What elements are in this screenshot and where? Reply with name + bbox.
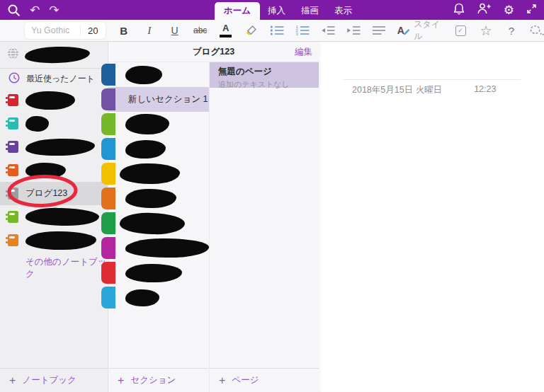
clock-icon xyxy=(8,72,20,86)
section-item[interactable] xyxy=(108,260,209,285)
alignment-icon[interactable] xyxy=(372,22,386,39)
section-item[interactable] xyxy=(108,112,209,137)
section-item[interactable] xyxy=(108,285,209,310)
globe-icon xyxy=(7,47,19,62)
notebook-panel: ブログ123 編集 新しいセクション 1 xyxy=(108,42,319,392)
panel-header: ブログ123 編集 xyxy=(108,42,319,62)
section-color-tab xyxy=(101,64,115,86)
pages-list: 無題のページ 追加のテキストなし + ページ xyxy=(209,62,319,392)
indent-icon[interactable] xyxy=(346,22,361,39)
add-notebook-label: ノートブック xyxy=(22,374,76,386)
recent-notes-item[interactable]: 最近使ったノート xyxy=(0,69,108,88)
add-section-button[interactable]: + セクション xyxy=(108,368,209,392)
add-page-button[interactable]: + ページ xyxy=(210,368,319,392)
notifications-bell-icon[interactable] xyxy=(453,3,465,18)
styles-pen-icon xyxy=(403,26,411,35)
section-color-tab xyxy=(101,138,115,160)
section-color-tab xyxy=(101,188,115,209)
section-color-tab xyxy=(101,163,115,185)
styles-label: スタイル xyxy=(414,18,442,42)
tab-view[interactable]: 表示 xyxy=(327,2,360,20)
section-item[interactable] xyxy=(108,186,209,211)
add-page-label: ページ xyxy=(232,374,259,386)
recent-notes-label: 最近使ったノート xyxy=(26,73,95,85)
styles-button[interactable]: A スタイル xyxy=(397,18,442,42)
tab-home[interactable]: ホーム xyxy=(215,2,260,20)
plus-icon: + xyxy=(118,375,124,386)
notebook-name-redacted xyxy=(26,231,96,250)
tab-draw[interactable]: 描画 xyxy=(293,2,327,20)
section-item[interactable] xyxy=(108,161,209,186)
undo-icon[interactable]: ↶ xyxy=(30,4,40,16)
question-tag-icon[interactable]: ? xyxy=(504,22,518,39)
account-name-redacted xyxy=(25,45,91,64)
section-name-redacted xyxy=(125,66,162,84)
other-notebooks-link[interactable]: その他のノートブック xyxy=(0,259,108,277)
edit-button[interactable]: 編集 xyxy=(295,42,312,62)
outdent-icon[interactable] xyxy=(321,22,335,39)
font-color-button[interactable]: A xyxy=(219,22,233,39)
section-color-tab xyxy=(101,88,115,110)
page-date: 2018年5月15日 火曜日 xyxy=(352,84,442,96)
font-name-value[interactable]: Yu Gothic xyxy=(25,25,80,35)
app-top-bar: ↶ ↷ ホーム 挿入 描画 表示 ⚙ xyxy=(0,0,544,20)
todo-checkbox-icon[interactable]: ✓ xyxy=(453,22,468,39)
account-row[interactable] xyxy=(0,42,108,68)
ribbon-tabs: ホーム 挿入 描画 表示 xyxy=(215,2,360,20)
share-add-person-icon[interactable] xyxy=(477,3,492,17)
section-name-redacted xyxy=(125,289,159,306)
italic-button[interactable]: I xyxy=(142,22,157,39)
section-color-tab xyxy=(101,113,115,135)
tab-insert[interactable]: 挿入 xyxy=(260,2,293,20)
font-size-value[interactable]: 20 xyxy=(80,25,106,36)
notebook-icon xyxy=(8,164,18,176)
section-item[interactable] xyxy=(108,62,209,87)
page-subtitle: 追加のテキストなし xyxy=(218,79,312,90)
notebook-icon xyxy=(8,234,18,246)
redo-icon[interactable]: ↷ xyxy=(49,4,59,16)
notebook-item-blog123[interactable]: ブログ123 xyxy=(0,182,108,205)
notebook-item[interactable] xyxy=(0,112,108,135)
section-name-redacted xyxy=(125,114,169,134)
svg-text:3: 3 xyxy=(295,32,298,36)
notebook-icon xyxy=(8,94,18,106)
section-item[interactable] xyxy=(108,211,209,236)
section-name-redacted xyxy=(125,189,176,208)
section-name-redacted xyxy=(120,163,180,184)
notebook-icon xyxy=(8,188,18,200)
notebook-title: ブログ123 xyxy=(193,46,234,58)
numbered-list-icon[interactable]: 123 xyxy=(295,22,310,39)
section-item[interactable] xyxy=(108,137,209,161)
section-item-new-section-1[interactable]: 新しいセクション 1 xyxy=(108,87,209,112)
add-section-label: セクション xyxy=(130,374,176,386)
date-divider-line xyxy=(344,79,521,80)
notebook-icon xyxy=(8,117,18,129)
fullscreen-expand-icon[interactable] xyxy=(526,4,537,17)
notebook-item[interactable] xyxy=(0,135,108,158)
font-picker[interactable]: Yu Gothic 20 xyxy=(25,22,106,39)
strikethrough-button[interactable]: abc xyxy=(193,22,208,39)
settings-gear-icon[interactable]: ⚙ xyxy=(504,4,514,16)
lasso-select-icon[interactable] xyxy=(530,22,544,39)
notebook-item[interactable] xyxy=(0,229,108,252)
notebook-item[interactable] xyxy=(0,88,108,112)
highlighter-icon[interactable] xyxy=(244,22,259,39)
notebook-item[interactable] xyxy=(0,205,108,229)
format-toolbar: Yu Gothic 20 B I U abc A 123 A スタイル ✓ ☆ … xyxy=(0,20,544,42)
add-notebook-button[interactable]: + ノートブック xyxy=(0,368,108,392)
section-item[interactable] xyxy=(108,236,209,260)
notebook-item[interactable] xyxy=(0,158,108,182)
notebook-icon xyxy=(8,211,18,223)
underline-button[interactable]: U xyxy=(168,22,182,39)
bullet-list-icon[interactable] xyxy=(270,22,284,39)
important-star-icon[interactable]: ☆ xyxy=(479,22,493,39)
search-icon[interactable] xyxy=(7,4,21,17)
notebook-name-redacted xyxy=(26,207,99,226)
bold-button[interactable]: B xyxy=(117,22,131,39)
section-color-tab xyxy=(101,262,115,284)
page-title: 無題のページ xyxy=(218,66,312,78)
plus-icon: + xyxy=(9,375,16,386)
page-item-untitled[interactable]: 無題のページ 追加のテキストなし xyxy=(210,62,319,88)
section-name-redacted xyxy=(125,264,182,282)
page-canvas[interactable]: 2018年5月15日 火曜日 12:23 xyxy=(319,42,544,392)
